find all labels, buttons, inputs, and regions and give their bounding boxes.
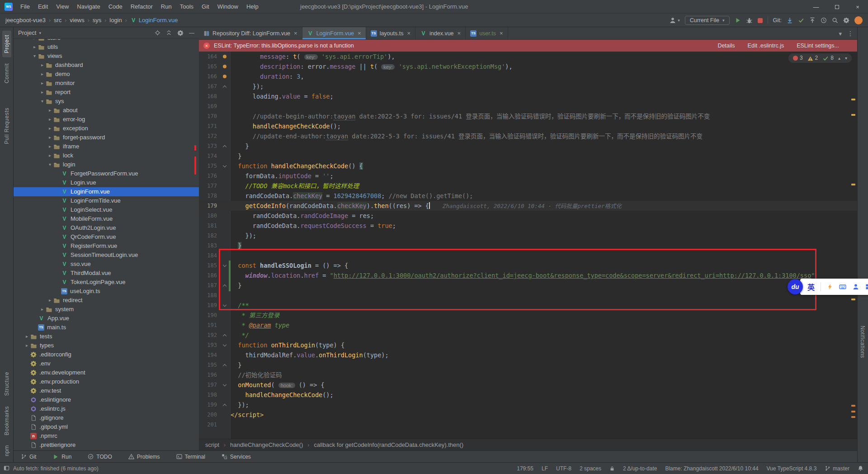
ime-user-button[interactable] (852, 283, 859, 290)
error-count[interactable]: 3 (793, 55, 803, 61)
tree-item-.eslintrc.js[interactable]: .eslintrc.js (14, 404, 199, 413)
line-number[interactable]: 195 (199, 360, 219, 370)
search-everywhere-button[interactable] (832, 17, 838, 24)
tree-arrow-icon[interactable]: ▸ (39, 79, 46, 88)
code-line-186[interactable]: 186 window.location.href = "http://127.0… (199, 270, 857, 280)
code-line-167[interactable]: 167 }); (199, 81, 857, 91)
tab-layouts.ts[interactable]: TSlayouts.ts× (366, 27, 415, 39)
status-widget-lock[interactable] (609, 466, 615, 471)
tab-index.vue[interactable]: Vindex.vue× (415, 27, 466, 39)
menu-window[interactable]: Window (213, 0, 242, 14)
baidu-ime-logo[interactable]: du (788, 279, 803, 294)
ime-lightning-button[interactable] (827, 284, 833, 290)
tree-item-iframe[interactable]: ▸iframe (14, 142, 199, 151)
tree-item-LoginFormTitle.vue[interactable]: VLoginFormTitle.vue (14, 196, 199, 205)
breadcrumb-item[interactable]: src (54, 17, 61, 24)
ok-count[interactable]: 8 (822, 55, 834, 62)
tree-item-App.vue[interactable]: VApp.vue (14, 314, 199, 323)
fold-collapse-icon[interactable] (223, 85, 226, 89)
code-line-198[interactable]: 198 handleChangeCheckCode(); (199, 390, 857, 400)
tree-item-types[interactable]: ▸types (14, 341, 199, 350)
locate-button[interactable] (155, 30, 160, 36)
tree-item-.env.production[interactable]: .env.production (14, 377, 199, 386)
line-number[interactable]: 182 (199, 231, 219, 241)
code-line-174[interactable]: 174 } (199, 151, 857, 161)
status-widget-vue-typescript-4-8-3[interactable]: Vue TypeScript 4.8.3 (767, 465, 817, 472)
banner-link-edit-eslintrc-js[interactable]: Edit .eslintrc.js (748, 43, 784, 49)
line-number[interactable]: 173 (199, 141, 219, 151)
project-panel-title[interactable]: Project▾ (18, 29, 41, 36)
tree-item-ForgetPasswordForm.vue[interactable]: VForgetPasswordForm.vue (14, 169, 199, 178)
toolwindow-button-terminal[interactable]: Terminal (176, 454, 205, 460)
line-number[interactable]: 165 (199, 62, 219, 71)
line-number[interactable]: 197 (199, 380, 219, 390)
banner-link-eslint-settings-[interactable]: ESLint settings... (797, 43, 839, 49)
tree-item-.npmrc[interactable]: n.npmrc (14, 431, 199, 441)
code-line-171[interactable]: 171 handleChangeCheckCode(); (199, 121, 857, 131)
tool-button-project[interactable]: Project (2, 31, 11, 57)
tree-arrow-icon[interactable]: ▸ (39, 61, 46, 70)
tree-arrow-icon[interactable]: ▸ (39, 305, 46, 314)
line-number[interactable]: 176 (199, 171, 219, 181)
line-number[interactable]: 167 (199, 81, 219, 91)
line-number[interactable]: 191 (199, 320, 219, 330)
collapse-all-button[interactable] (166, 30, 172, 36)
tree-item-sso.vue[interactable]: Vsso.vue (14, 260, 199, 269)
status-widget-2-spaces[interactable]: 2 spaces (580, 465, 601, 472)
fold-collapse-icon[interactable] (223, 145, 226, 149)
code-line-178[interactable]: 178 randCodeData.checkKey = 162942846700… (199, 191, 857, 201)
line-number[interactable]: 172 (199, 131, 219, 141)
tree-item-demo[interactable]: ▸demo (14, 70, 199, 79)
code-line-182[interactable]: 182 }); (199, 231, 857, 241)
tree-item-LoginForm.vue[interactable]: VLoginForm.vue (14, 187, 199, 196)
menu-refactor[interactable]: Refactor (127, 0, 157, 14)
toolwindow-button-run[interactable]: Run (52, 454, 71, 460)
tab-LoginForm.vue[interactable]: VLoginForm.vue× (302, 27, 366, 39)
tree-arrow-icon[interactable]: ▸ (47, 151, 53, 160)
update-project-button[interactable] (787, 17, 793, 24)
code-line-173[interactable]: 173 } (199, 141, 857, 151)
tool-button-pull-requests[interactable]: Pull Requests (2, 104, 11, 148)
gutter-marker-icon[interactable] (223, 65, 226, 68)
close-button[interactable]: × (847, 0, 868, 14)
code-line-175[interactable]: 175 function handleChangeCheckCode() { (199, 161, 857, 171)
line-number[interactable]: 193 (199, 340, 219, 350)
tab-Repository Diff: LoginForm.vue[interactable]: Repository Diff: LoginForm.vue× (199, 27, 302, 39)
tree-item-redirect[interactable]: ▸redirect (14, 296, 199, 305)
tool-button-commit[interactable]: Commit (2, 59, 11, 87)
tree-item-.prettierignore[interactable]: .prettierignore (14, 441, 199, 450)
menu-git[interactable]: Git (198, 0, 213, 14)
line-number[interactable]: 171 (199, 121, 219, 131)
code-line-188[interactable]: 188 (199, 290, 857, 300)
tree-item-lock[interactable]: ▸lock (14, 151, 199, 160)
tree-item-ThirdModal.vue[interactable]: VThirdModal.vue (14, 269, 199, 278)
line-number[interactable]: 178 (199, 191, 219, 201)
line-number[interactable]: 201 (199, 420, 219, 430)
tree-arrow-icon[interactable]: ▸ (31, 43, 38, 52)
tree-item-main.ts[interactable]: TSmain.ts (14, 323, 199, 332)
tree-item-system[interactable]: ▸system (14, 305, 199, 314)
hidden-tabs-button[interactable]: ▾ (839, 30, 842, 37)
tool-button-notifications[interactable]: Notifications (859, 326, 866, 358)
fold-expand-icon[interactable] (223, 383, 226, 386)
commit-button[interactable] (798, 17, 804, 24)
minimize-button[interactable]: — (806, 0, 826, 14)
status-widget-2-up-to-date[interactable]: 2 Δ/up-to-date (623, 465, 657, 472)
tree-item-views[interactable]: ▾views (14, 52, 199, 61)
tree-item-sys[interactable]: ▾sys (14, 97, 199, 106)
tree-arrow-icon[interactable]: ▸ (39, 88, 46, 97)
menu-run[interactable]: Run (157, 0, 176, 14)
tree-item-.editorconfig[interactable]: .editorconfig (14, 350, 199, 359)
tree-item-RegisterForm.vue[interactable]: VRegisterForm.vue (14, 242, 199, 251)
banner-link-details[interactable]: Details (717, 43, 735, 49)
code-line-183[interactable]: 183 } (199, 241, 857, 251)
editor-breadcrumb-item[interactable]: handleChangeCheckCode() (230, 441, 303, 448)
webstorm-logo-icon[interactable]: WS (5, 3, 13, 11)
line-number[interactable]: 184 (199, 251, 219, 261)
tree-item-error-log[interactable]: ▸error-log (14, 115, 199, 124)
tab-close-icon[interactable]: × (407, 30, 410, 37)
line-number[interactable]: 175 (199, 161, 219, 171)
tree-item-monitor[interactable]: ▸monitor (14, 79, 199, 88)
breadcrumb-item[interactable]: views (70, 17, 85, 24)
line-number[interactable]: 194 (199, 350, 219, 360)
